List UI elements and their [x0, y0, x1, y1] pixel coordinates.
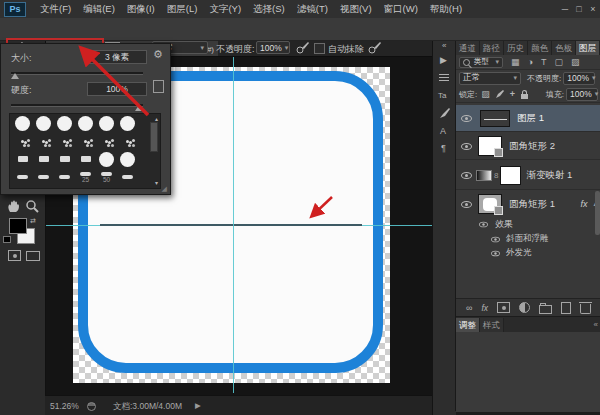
layer-thumbnail[interactable] [480, 110, 510, 127]
brush-preset[interactable] [33, 168, 54, 186]
quick-mask-button[interactable] [8, 250, 21, 261]
brush-preset[interactable] [33, 132, 54, 150]
new-preset-icon[interactable] [153, 80, 164, 93]
menu-image[interactable]: 图像(I) [121, 0, 161, 18]
brush-size-slider-thumb[interactable] [11, 73, 19, 79]
menu-type[interactable]: 文字(Y) [203, 0, 247, 18]
brush-preset[interactable] [117, 168, 138, 186]
lock-pixels-icon[interactable] [495, 89, 505, 99]
tab-layers[interactable]: 图层 [576, 41, 600, 55]
menu-view[interactable]: 视图(V) [334, 0, 378, 18]
pressure-opacity-icon[interactable] [296, 41, 309, 54]
visibility-eye-icon[interactable] [479, 222, 488, 228]
brush-preset[interactable] [96, 114, 117, 132]
expand-dock-icon[interactable]: « [442, 41, 446, 51]
filter-smart-icon[interactable]: ▨ [571, 57, 580, 67]
tab-history[interactable]: 历史 [504, 41, 528, 55]
visibility-eye-icon[interactable] [491, 250, 500, 256]
layer-row-selected[interactable]: 图层 1 [456, 105, 600, 131]
layer-thumbnail[interactable] [478, 194, 502, 214]
menu-file[interactable]: 文件(F) [34, 0, 77, 18]
tab-color[interactable]: 颜色 [528, 41, 552, 55]
brush-preset[interactable]: 25 [75, 168, 96, 186]
layer-style-icon[interactable]: fx [481, 303, 488, 313]
brush-preset[interactable] [54, 132, 75, 150]
layer-thumbnail[interactable] [478, 136, 502, 156]
new-adjustment-icon[interactable] [519, 302, 530, 313]
brush-preset[interactable] [12, 150, 33, 168]
effects-group-row[interactable]: 效果 [456, 217, 600, 232]
layer-name[interactable]: 圆角矩形 2 [509, 140, 555, 153]
tab-adjustments[interactable]: 调整 [456, 318, 480, 332]
brush-preset[interactable] [96, 150, 117, 168]
brush-preset[interactable] [12, 132, 33, 150]
brush-preset[interactable] [54, 114, 75, 132]
visibility-eye-icon[interactable] [461, 115, 472, 122]
maximize-button[interactable]: □ [572, 0, 586, 18]
brush-preset[interactable] [33, 114, 54, 132]
brush-preset[interactable] [96, 132, 117, 150]
character-styles-panel-icon[interactable]: A [440, 126, 446, 136]
delete-layer-icon[interactable] [580, 304, 591, 314]
brush-preset[interactable] [117, 132, 138, 150]
menu-edit[interactable]: 编辑(E) [77, 0, 121, 18]
pressure-size-icon[interactable] [368, 41, 381, 54]
screen-mode-button[interactable] [26, 251, 40, 261]
menu-filter[interactable]: 滤镜(T) [291, 0, 334, 18]
visibility-eye-icon[interactable] [461, 201, 472, 208]
minimize-button[interactable]: ─ [558, 0, 572, 18]
visibility-eye-icon[interactable] [461, 172, 472, 179]
visibility-eye-icon[interactable] [461, 143, 472, 150]
brush-preset[interactable] [117, 150, 138, 168]
effect-row[interactable]: 外发光 [456, 246, 600, 260]
brush-preset[interactable]: 50 [96, 168, 117, 186]
character-panel-icon[interactable]: Ta [438, 91, 446, 101]
brush-hardness-slider-thumb[interactable] [135, 105, 143, 111]
swap-colors-icon[interactable]: ⇄ [30, 216, 36, 226]
tab-styles[interactable]: 样式 [480, 318, 504, 332]
status-expand-icon[interactable]: ▶ [195, 401, 201, 410]
tab-channels[interactable]: 通道 [456, 41, 480, 55]
layer-name[interactable]: 圆角矩形 1 [509, 198, 555, 211]
brush-hardness-value[interactable]: 100% [87, 82, 147, 96]
lock-position-icon[interactable]: + [510, 89, 515, 99]
gear-icon[interactable]: ⚙ [153, 49, 163, 59]
layer-name[interactable]: 图层 1 [517, 112, 544, 125]
tab-paths[interactable]: 路径 [480, 41, 504, 55]
brush-preset[interactable] [117, 114, 138, 132]
lock-transparency-icon[interactable]: ▨ [481, 89, 490, 99]
layer-mask-thumbnail[interactable] [500, 166, 521, 185]
new-group-icon[interactable] [539, 305, 552, 314]
collapse-panel-icon[interactable]: « [594, 320, 600, 329]
menu-help[interactable]: 帮助(H) [424, 0, 468, 18]
tab-swatches[interactable]: 色板 [552, 41, 576, 55]
zoom-level[interactable]: 51.26% [50, 401, 79, 411]
properties-panel-icon[interactable] [439, 74, 449, 82]
visibility-eye-icon[interactable] [491, 236, 500, 242]
zoom-tool-icon[interactable] [26, 200, 39, 213]
opacity-select[interactable]: 100% ▾ [256, 41, 290, 54]
brush-preset[interactable] [75, 150, 96, 168]
menu-select[interactable]: 选择(S) [247, 0, 291, 18]
gradient-map-icon[interactable] [476, 170, 492, 181]
brush-hardness-slider[interactable] [11, 104, 143, 107]
new-layer-icon[interactable] [561, 302, 571, 314]
layer-opacity-select[interactable]: 100% ▾ [563, 72, 595, 85]
filter-type-select[interactable]: 类型 ▾ [459, 57, 503, 68]
brush-size-slider[interactable] [11, 72, 143, 75]
brush-preset[interactable] [12, 168, 33, 186]
brush-preset[interactable] [75, 114, 96, 132]
paragraph-panel-icon[interactable]: ¶ [441, 143, 446, 153]
brush-preset[interactable] [33, 150, 54, 168]
foreground-color-swatch[interactable] [9, 218, 27, 234]
brush-preset[interactable] [12, 114, 33, 132]
menu-layer[interactable]: 图层(L) [161, 0, 204, 18]
filter-shape-icon[interactable]: ▢ [554, 57, 563, 67]
close-button[interactable]: × [586, 0, 600, 18]
brush-preset[interactable] [75, 132, 96, 150]
brush-size-value[interactable]: 3 像素 [87, 50, 147, 64]
scroll-down-icon[interactable]: ▾ [155, 178, 158, 188]
layer-row[interactable]: 8 渐变映射 1 [456, 159, 600, 190]
filter-pixel-icon[interactable]: ▦ [511, 57, 520, 67]
brush-preset[interactable] [54, 150, 75, 168]
